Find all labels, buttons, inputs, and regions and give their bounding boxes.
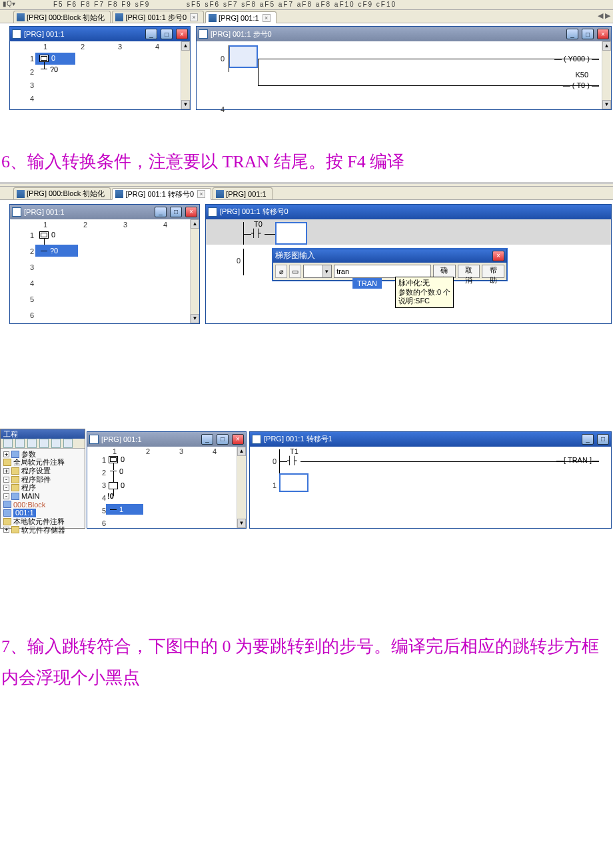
ok-button[interactable]: 确定 [433, 265, 456, 278]
new-icon[interactable] [3, 439, 13, 448]
expand-icon[interactable]: + [3, 451, 9, 457]
element-type-combo[interactable]: ▾ [303, 265, 332, 278]
tab-prg-001-active[interactable]: [PRG] 001:1× [205, 11, 277, 23]
v-scrollbar[interactable]: ▲▼ [602, 41, 611, 109]
sfc-step[interactable] [109, 482, 118, 489]
minimize-button[interactable]: _ [582, 434, 594, 445]
window-titlebar[interactable]: [PRG] 001:1 转移号1 _ □ [250, 432, 611, 447]
collapse-icon[interactable]: - [3, 493, 9, 499]
tab-close-button[interactable]: × [197, 190, 205, 198]
ladder-rail [243, 249, 244, 275]
minimize-button[interactable]: _ [566, 29, 578, 39]
tab-prg-001[interactable]: [PRG] 001:1 [213, 187, 273, 199]
ladder-wire [258, 59, 599, 59]
tree-node-prog[interactable]: -程序 [3, 483, 83, 492]
help-button[interactable]: 帮助 [482, 265, 504, 278]
tree-node-progset[interactable]: +程序设置 [3, 467, 83, 475]
ladder-cursor[interactable] [275, 222, 307, 245]
sfc-initial-step[interactable] [39, 231, 49, 239]
tree-node-progpart[interactable]: -程序部件 [3, 475, 83, 484]
coil-glyph-button[interactable]: ⌀ [275, 265, 287, 278]
collapse-icon[interactable]: - [3, 477, 9, 483]
toolbar-strip: ▮Q▾ F5 F6 F8 F7 F8 F9 sF9 sF5 sF6 sF7 sF… [0, 0, 613, 10]
minimize-button[interactable]: _ [145, 29, 157, 39]
window-titlebar[interactable]: [PRG] 001:1 _ □ × [87, 432, 246, 447]
tab-prg-000[interactable]: [PRG] 000:Block 初始化 [13, 11, 111, 23]
minimize-button[interactable]: _ [201, 434, 213, 445]
scroll-up[interactable]: ▲ [602, 41, 611, 51]
tree-node-main[interactable]: -MAIN [3, 492, 83, 501]
window-titlebar[interactable]: [PRG] 001:1 步号0 _ □ × [197, 27, 611, 41]
more-icon[interactable] [63, 439, 73, 448]
window-titlebar[interactable]: [PRG] 001:1 _ □ × [10, 27, 190, 41]
maximize-button[interactable]: □ [597, 434, 609, 445]
row-header: 2 [102, 469, 106, 477]
step-6-heading: 6、输入转换条件，注意要以 TRAN 结尾。按 F4 编译 [0, 147, 613, 178]
ladder-cursor[interactable] [279, 473, 308, 492]
tab-prg-001-trans0[interactable]: [PRG] 001:1 转移号0× [112, 188, 211, 200]
tab-close-button[interactable]: × [263, 14, 271, 22]
project-tree-pane: 工程 +参数 全局软元件注释 +程序设置 -程序部件 -程序 -MAIN 000… [0, 429, 85, 529]
instruction-input[interactable] [334, 265, 431, 278]
maximize-button[interactable]: □ [582, 29, 594, 39]
dialog-close-button[interactable]: × [492, 251, 504, 261]
v-scrollbar[interactable]: ▲▼ [181, 41, 190, 109]
scroll-up[interactable]: ▲ [191, 219, 199, 229]
tab-nav-arrows[interactable]: ◀ ▶ [598, 11, 610, 20]
sfc-initial-step[interactable] [109, 456, 118, 463]
autocomplete-list[interactable]: TRAN [352, 278, 382, 289]
folder-icon [11, 467, 19, 475]
maximize-button[interactable]: □ [217, 434, 229, 445]
close-button[interactable]: × [185, 207, 197, 217]
close-button[interactable]: × [232, 434, 244, 445]
col-header: 4 [155, 43, 159, 51]
scroll-up[interactable]: ▲ [237, 447, 246, 456]
open-icon[interactable] [15, 439, 25, 448]
sfc-link [113, 463, 114, 470]
dialog-titlebar[interactable]: 梯形图输入 × [273, 249, 506, 263]
scroll-down[interactable]: ▼ [602, 100, 611, 109]
scroll-down[interactable]: ▼ [237, 519, 246, 528]
minimize-button[interactable]: _ [155, 207, 167, 217]
contact-glyph-button[interactable]: ▭ [289, 265, 301, 278]
tab-prg-000[interactable]: [PRG] 000:Block 初始化 [13, 187, 111, 199]
tree-node-params[interactable]: +参数 [3, 450, 83, 459]
row-header: 3 [30, 81, 34, 89]
tree-node-local[interactable]: 本地软元件注释 [3, 517, 83, 526]
expand-icon[interactable]: + [3, 527, 9, 533]
window-titlebar[interactable]: [PRG] 001:1 转移号0 [206, 205, 611, 219]
cancel-button[interactable]: 取消 [458, 265, 480, 278]
row-header: 4 [102, 494, 106, 502]
doc-icon [209, 14, 217, 22]
save-icon[interactable] [27, 439, 37, 448]
v-scrollbar[interactable]: ▲▼ [190, 219, 199, 323]
tab-prg-001-step0[interactable]: [PRG] 001:1 步号0× [112, 11, 204, 23]
tree-node-block000[interactable]: 000:Block [3, 501, 83, 509]
collapse-icon[interactable]: - [3, 485, 9, 491]
expand-icon[interactable]: + [3, 468, 9, 474]
scroll-down[interactable]: ▼ [181, 100, 190, 109]
row-header: 4 [30, 279, 34, 287]
refresh-icon[interactable] [51, 439, 61, 448]
close-button[interactable]: × [597, 29, 609, 39]
window-titlebar[interactable]: [PRG] 001:1 _ □ × [10, 205, 199, 219]
maximize-button[interactable]: □ [170, 207, 182, 217]
ladder-input-dialog[interactable]: 梯形图输入 × ⌀ ▭ ▾ 确定 取消 帮助 [273, 249, 507, 281]
autocomplete-item[interactable]: TRAN [353, 279, 381, 288]
v-scrollbar[interactable]: ▲▼ [237, 447, 246, 528]
tab-close-button[interactable]: × [190, 13, 198, 21]
scroll-down[interactable]: ▼ [191, 314, 199, 323]
tree-node-devmem[interactable]: +软元件存储器 [3, 526, 83, 535]
sfc-initial-step[interactable] [39, 55, 49, 62]
tree-node-global[interactable]: 全局软元件注释 [3, 458, 83, 467]
props-icon[interactable] [39, 439, 49, 448]
ladder-coil: —[ TRAN ]— [556, 456, 599, 464]
ladder-cursor[interactable] [229, 45, 258, 68]
tree-node-001[interactable]: 001:1 [3, 509, 83, 517]
block-icon [3, 509, 11, 517]
project-tree[interactable]: +参数 全局软元件注释 +程序设置 -程序部件 -程序 -MAIN 000:Bl… [1, 449, 85, 535]
row-header: 1 [102, 456, 106, 464]
close-button[interactable]: × [176, 29, 188, 39]
scroll-up[interactable]: ▲ [181, 41, 190, 51]
maximize-button[interactable]: □ [161, 29, 173, 39]
